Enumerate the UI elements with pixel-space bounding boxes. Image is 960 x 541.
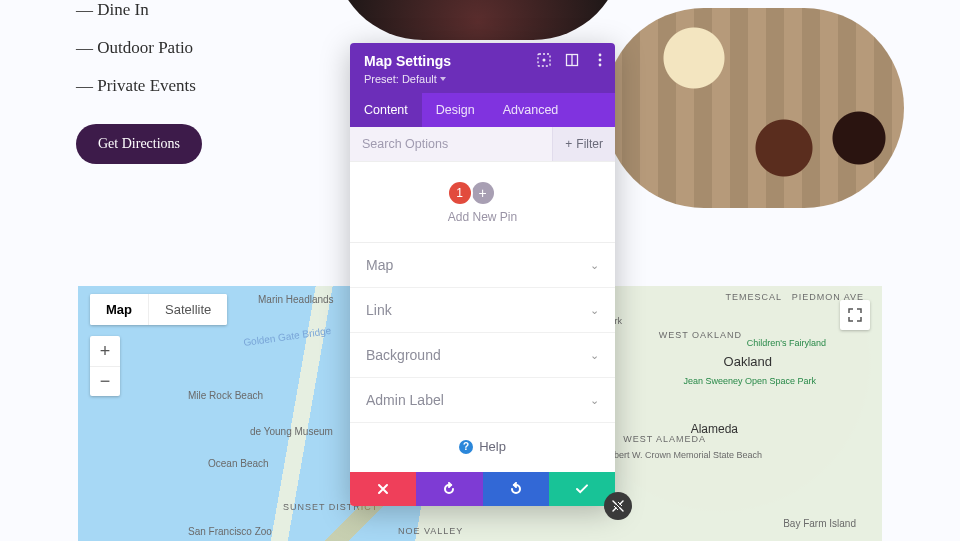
list-item: — Dine In bbox=[76, 0, 196, 20]
map-type-satellite-button[interactable]: Satellite bbox=[148, 294, 227, 325]
feature-list: — Dine In — Outdoor Patio — Private Even… bbox=[76, 0, 196, 114]
redo-button[interactable] bbox=[483, 472, 549, 506]
svg-point-1 bbox=[543, 59, 546, 62]
section-label: Map bbox=[366, 257, 393, 273]
chevron-down-icon: ⌄ bbox=[590, 349, 599, 362]
cancel-button[interactable] bbox=[350, 472, 416, 506]
svg-point-6 bbox=[599, 64, 602, 67]
panel-header[interactable]: Map Settings Preset: Default bbox=[350, 43, 615, 93]
plus-icon: + bbox=[565, 137, 572, 151]
close-icon bbox=[377, 483, 389, 495]
map-type-toggle: Map Satellite bbox=[90, 294, 227, 325]
add-pin-label: Add New Pin bbox=[448, 210, 517, 224]
svg-point-5 bbox=[599, 59, 602, 62]
accordion: Map ⌄ Link ⌄ Background ⌄ Admin Label ⌄ bbox=[350, 242, 615, 423]
search-row: + Filter bbox=[350, 127, 615, 162]
step-badge: 1 bbox=[449, 182, 471, 204]
filter-label: Filter bbox=[576, 137, 603, 151]
search-options-input[interactable] bbox=[350, 127, 552, 161]
list-item: — Outdoor Patio bbox=[76, 38, 196, 58]
zoom-in-button[interactable]: + bbox=[90, 336, 120, 366]
panel-footer bbox=[350, 472, 615, 506]
get-directions-button[interactable]: Get Directions bbox=[76, 124, 202, 164]
responsive-icon[interactable] bbox=[537, 53, 551, 67]
panel-tabs: Content Design Advanced bbox=[350, 93, 615, 127]
add-pin-area: 1 + Add New Pin bbox=[350, 162, 615, 242]
section-label: Background bbox=[366, 347, 441, 363]
hero-food-image bbox=[333, 0, 623, 40]
zoom-controls: + − bbox=[90, 336, 120, 396]
help-icon: ? bbox=[459, 440, 473, 454]
section-admin-label[interactable]: Admin Label ⌄ bbox=[350, 378, 615, 423]
section-link[interactable]: Link ⌄ bbox=[350, 288, 615, 333]
undo-icon bbox=[442, 482, 456, 496]
panel-resize-handle[interactable] bbox=[604, 492, 632, 520]
hero-table-image bbox=[604, 8, 904, 208]
fullscreen-button[interactable] bbox=[840, 300, 870, 330]
section-label: Admin Label bbox=[366, 392, 444, 408]
help-label: Help bbox=[479, 439, 506, 454]
chevron-down-icon: ⌄ bbox=[590, 394, 599, 407]
help-button[interactable]: ? Help bbox=[350, 423, 615, 472]
tab-design[interactable]: Design bbox=[422, 93, 489, 127]
undo-button[interactable] bbox=[416, 472, 482, 506]
plus-circle-icon: + bbox=[472, 182, 494, 204]
section-label: Link bbox=[366, 302, 392, 318]
map-settings-panel: Map Settings Preset: Default Content Des… bbox=[350, 43, 615, 506]
chevron-down-icon: ⌄ bbox=[590, 259, 599, 272]
tab-advanced[interactable]: Advanced bbox=[489, 93, 573, 127]
section-map[interactable]: Map ⌄ bbox=[350, 243, 615, 288]
redo-icon bbox=[509, 482, 523, 496]
filter-button[interactable]: + Filter bbox=[552, 127, 615, 161]
columns-icon[interactable] bbox=[565, 53, 579, 67]
chevron-down-icon: ⌄ bbox=[590, 304, 599, 317]
map-type-map-button[interactable]: Map bbox=[90, 294, 148, 325]
list-item: — Private Events bbox=[76, 76, 196, 96]
zoom-out-button[interactable]: − bbox=[90, 366, 120, 396]
check-icon bbox=[575, 482, 589, 496]
more-menu-icon[interactable] bbox=[593, 53, 607, 67]
svg-point-4 bbox=[599, 54, 602, 57]
preset-dropdown[interactable]: Preset: Default bbox=[364, 73, 446, 85]
section-background[interactable]: Background ⌄ bbox=[350, 333, 615, 378]
tab-content[interactable]: Content bbox=[350, 93, 422, 127]
